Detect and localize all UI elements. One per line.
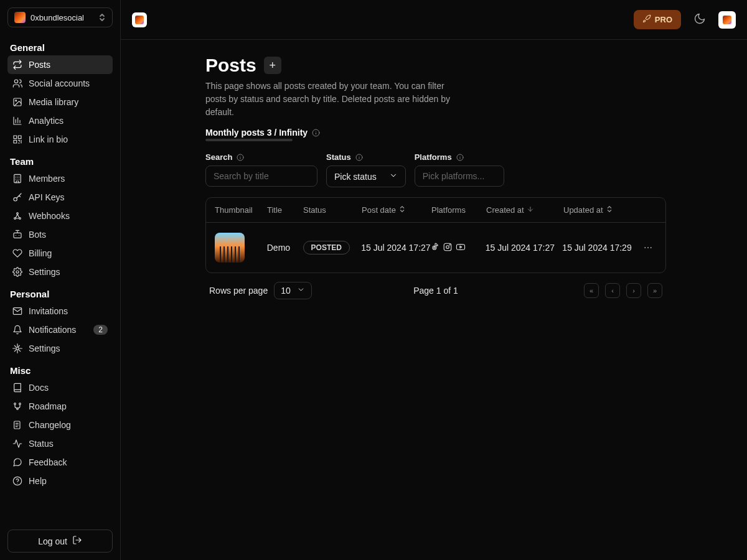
nav-billing[interactable]: Billing	[7, 244, 113, 263]
table-header: Thumbnail Title Status Post date Platfor…	[206, 198, 665, 223]
notifications-badge: 2	[93, 325, 108, 335]
nav-roadmap[interactable]: Roadmap	[7, 397, 113, 416]
platforms-input[interactable]: Pick platforms...	[415, 166, 504, 187]
nav-label: API Keys	[29, 192, 108, 202]
info-icon[interactable]	[236, 153, 245, 162]
chevrons-left-icon: «	[590, 287, 593, 294]
nav-label: Bots	[29, 230, 108, 240]
svg-point-19	[13, 477, 21, 485]
nav-api-keys[interactable]: API Keys	[7, 188, 113, 207]
logout-button[interactable]: Log out	[7, 530, 113, 553]
nav-webhooks[interactable]: Webhooks	[7, 207, 113, 225]
col-title: Title	[267, 205, 303, 215]
section-title-team: Team	[7, 152, 113, 169]
nav-personal-settings[interactable]: Settings	[7, 339, 113, 358]
nav-posts[interactable]: Posts	[7, 55, 113, 74]
theme-toggle[interactable]	[688, 9, 711, 31]
table-row[interactable]: Demo POSTED 15 Jul 2024 17:27 15 Jul 202…	[206, 223, 665, 273]
nav-bots[interactable]: Bots	[7, 225, 113, 244]
pro-label: PRO	[655, 15, 672, 24]
nav-analytics[interactable]: Analytics	[7, 111, 113, 130]
nav-label: Media library	[29, 97, 108, 107]
image-icon	[12, 97, 22, 107]
info-icon[interactable]	[311, 128, 320, 137]
nav-label: Link in bio	[29, 134, 108, 144]
rows-per-page-select[interactable]: 10	[274, 282, 312, 299]
gear-icon	[12, 343, 22, 353]
posts-table: Thumbnail Title Status Post date Platfor…	[205, 197, 666, 273]
workspace-switcher[interactable]: 0xbundlesocial	[7, 7, 113, 27]
nav-docs[interactable]: Docs	[7, 378, 113, 397]
nav-media-library[interactable]: Media library	[7, 93, 113, 111]
workspace-name: 0xbundlesocial	[31, 13, 93, 22]
page-title: Posts	[205, 55, 256, 76]
page-indicator: Page 1 of 1	[413, 286, 458, 296]
user-avatar[interactable]	[718, 11, 736, 29]
main: PRO Posts + This page shows all posts cr…	[121, 0, 747, 560]
post-date: 15 Jul 2024 17:27	[361, 243, 431, 253]
sort-icon	[606, 205, 613, 215]
status-select[interactable]: Pick status	[326, 166, 406, 187]
nav-label: Analytics	[29, 116, 108, 126]
pro-button[interactable]: PRO	[634, 10, 681, 29]
nav-social-accounts[interactable]: Social accounts	[7, 74, 113, 93]
webhook-icon	[12, 211, 22, 221]
prev-page-button[interactable]: ‹	[605, 283, 620, 298]
activity-icon	[12, 439, 22, 449]
nav-link-in-bio[interactable]: Link in bio	[7, 130, 113, 149]
info-icon[interactable]	[456, 153, 464, 162]
message-icon	[12, 457, 22, 467]
svg-point-26	[449, 244, 450, 245]
nav-label: Docs	[29, 383, 108, 393]
platforms-placeholder: Pick platforms...	[423, 171, 485, 181]
app-logo[interactable]	[132, 12, 147, 27]
section-title-personal: Personal	[7, 285, 113, 302]
mail-icon	[12, 306, 22, 316]
svg-point-0	[14, 80, 17, 83]
svg-point-25	[446, 245, 449, 248]
content: Posts + This page shows all posts create…	[121, 40, 747, 299]
rpp-value: 10	[281, 286, 291, 296]
col-postdate[interactable]: Post date	[362, 205, 431, 215]
nav-members[interactable]: Members	[7, 169, 113, 188]
first-page-button[interactable]: «	[584, 283, 599, 298]
created-at: 15 Jul 2024 17:27	[486, 243, 563, 253]
repeat-icon	[12, 60, 22, 70]
nav-help[interactable]: Help	[7, 472, 113, 490]
svg-rect-3	[14, 136, 17, 139]
key-icon	[12, 192, 22, 202]
nav-notifications[interactable]: Notifications 2	[7, 320, 113, 339]
last-page-button[interactable]: »	[647, 283, 662, 298]
row-actions-button[interactable]: ⋯	[639, 239, 657, 256]
col-created[interactable]: Created at	[486, 205, 563, 215]
rows-per-page-label: Rows per page	[209, 286, 268, 296]
svg-rect-11	[14, 233, 21, 238]
nav-label: Feedback	[29, 457, 108, 467]
post-title: Demo	[267, 243, 303, 253]
add-post-button[interactable]: +	[264, 57, 281, 74]
bell-icon	[12, 325, 22, 335]
info-icon[interactable]	[355, 153, 364, 162]
nav-label: Roadmap	[29, 401, 108, 411]
nav-label: Billing	[29, 248, 108, 258]
search-input[interactable]	[205, 166, 317, 187]
next-page-button[interactable]: ›	[626, 283, 641, 298]
nav-changelog[interactable]: Changelog	[7, 416, 113, 434]
nav-label: Posts	[29, 60, 108, 70]
more-icon: ⋯	[644, 243, 652, 253]
nav-status[interactable]: Status	[7, 434, 113, 453]
status-badge: POSTED	[303, 241, 350, 254]
col-status: Status	[303, 205, 362, 215]
nav-feedback[interactable]: Feedback	[7, 453, 113, 472]
gear-icon	[12, 267, 22, 277]
nav-label: Settings	[29, 343, 108, 353]
col-updated[interactable]: Updated at	[563, 205, 641, 215]
nav-invitations[interactable]: Invitations	[7, 302, 113, 320]
section-title-misc: Misc	[7, 362, 113, 378]
nav-team-settings[interactable]: Settings	[7, 263, 113, 281]
search-label: Search	[205, 152, 232, 162]
nav-label: Changelog	[29, 420, 108, 430]
svg-point-7	[14, 198, 17, 201]
heart-icon	[12, 248, 22, 258]
chevron-down-icon	[389, 171, 398, 182]
